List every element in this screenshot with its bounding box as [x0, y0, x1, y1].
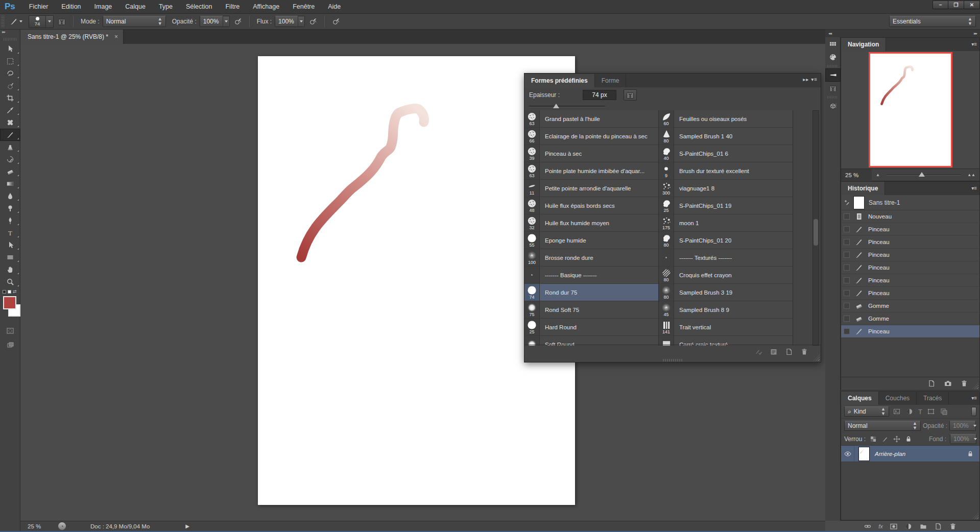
- restore-button[interactable]: ❐: [948, 1, 964, 9]
- default-swap-colors[interactable]: ⇄: [0, 288, 20, 295]
- filter-pixel-icon[interactable]: [893, 407, 901, 416]
- brush-preset-row[interactable]: 300 viagnuage1 8: [659, 180, 793, 197]
- options-grip[interactable]: [1, 16, 5, 27]
- menu-item[interactable]: Edition: [55, 0, 87, 14]
- add-layer-mask-icon[interactable]: [890, 522, 898, 530]
- tool-button[interactable]: [0, 178, 20, 190]
- history-step-row[interactable]: Pinceau: [841, 325, 979, 338]
- panel-menu-icon[interactable]: ▾≡: [971, 41, 977, 47]
- brush-preset-row[interactable]: 141 Trait vertical: [659, 319, 793, 336]
- brush-preset-preview[interactable]: 74: [29, 15, 46, 28]
- workspace-switcher[interactable]: Essentials ▲▼: [889, 16, 976, 27]
- history-snapshot-row[interactable]: Sans titre-1: [841, 195, 979, 210]
- tool-button[interactable]: [0, 263, 20, 276]
- lock-paint-icon[interactable]: [881, 435, 889, 443]
- brush-preset-row[interactable]: 48 Huile flux épais bords secs: [524, 197, 658, 214]
- panel-collapse-and-menu-icons[interactable]: ▸▸ ▾≡: [803, 77, 818, 82]
- preview-brush-stroke-icon[interactable]: [754, 348, 762, 356]
- panel-resize-grip[interactable]: [663, 359, 683, 361]
- menu-item[interactable]: Fichier: [22, 0, 55, 14]
- airbrush-toggle-button[interactable]: [306, 15, 320, 28]
- expand-dock-icon[interactable]: ◂◂: [828, 31, 831, 36]
- layers-panel-tab[interactable]: Tracés: [917, 392, 949, 405]
- menu-item[interactable]: Affichage: [246, 0, 286, 14]
- minimize-button[interactable]: –: [933, 1, 948, 9]
- tool-button[interactable]: [0, 251, 20, 263]
- tool-button[interactable]: [0, 190, 20, 202]
- menu-item[interactable]: Fenêtre: [286, 0, 321, 14]
- proxy-view[interactable]: [869, 52, 952, 167]
- slider-thumb[interactable]: [553, 104, 559, 108]
- tool-button[interactable]: [0, 239, 20, 251]
- brush-tool-option-button[interactable]: [8, 16, 25, 27]
- lock-transparency-icon[interactable]: [869, 435, 877, 443]
- tool-button[interactable]: [0, 92, 20, 104]
- panel-menu-icon[interactable]: ▾≡: [971, 395, 977, 401]
- history-step-row[interactable]: Pinceau: [841, 223, 979, 236]
- brush-preset-row[interactable]: 74 Rond dur 75: [524, 284, 658, 301]
- delete-layer-icon[interactable]: [949, 522, 957, 530]
- filter-toggle-switch[interactable]: [971, 407, 976, 416]
- brush-preset-row[interactable]: 39 Pinceau à sec: [524, 145, 658, 162]
- history-source-checkbox[interactable]: [844, 328, 850, 334]
- dock-icon-3d[interactable]: [825, 100, 841, 113]
- tool-button[interactable]: [0, 43, 20, 55]
- new-layer-icon[interactable]: [934, 522, 942, 530]
- collapse-dock-icon[interactable]: ▸▸: [974, 31, 977, 36]
- brush-panel-tab[interactable]: Formes prédéfinies: [524, 74, 595, 87]
- tablet-opacity-button[interactable]: [231, 15, 245, 28]
- blend-mode-dropdown[interactable]: Normal ▲▼: [103, 16, 166, 27]
- filter-type-icon[interactable]: T: [918, 408, 922, 416]
- new-brush-icon[interactable]: [785, 348, 793, 356]
- close-tab-icon[interactable]: ×: [114, 33, 118, 40]
- preset-picker-button[interactable]: [624, 89, 637, 101]
- collapse-toolbar-button[interactable]: ▸▸: [0, 30, 20, 37]
- tool-button[interactable]: [0, 214, 20, 227]
- quick-mask-button[interactable]: [0, 324, 20, 338]
- brush-preset-row[interactable]: 80 Sampled Brush 1 40: [659, 128, 793, 145]
- layer-visibility-eye-icon[interactable]: [841, 446, 854, 462]
- brush-preset-row[interactable]: 80 S-PaintChips_01 20: [659, 232, 793, 249]
- tab-navigation[interactable]: Navigation: [841, 38, 886, 51]
- history-step-row[interactable]: Pinceau: [841, 274, 979, 287]
- brush-size-slider[interactable]: [524, 103, 821, 110]
- brush-preset-row[interactable]: 80 Sampled Brush 3 19: [659, 284, 793, 301]
- tab-history[interactable]: Historique: [841, 182, 885, 195]
- menu-item[interactable]: Calque: [118, 0, 152, 14]
- zoom-out-icon[interactable]: ▲: [876, 173, 880, 177]
- brush-preset-row[interactable]: 80 Croquis effet crayon: [659, 267, 793, 284]
- panel-menu-icon[interactable]: ▾≡: [971, 185, 977, 191]
- new-group-icon[interactable]: [919, 522, 927, 530]
- dock-icon-brush-settings[interactable]: [825, 68, 841, 82]
- history-step-row[interactable]: Gomme: [841, 300, 979, 312]
- tablet-pressure-button[interactable]: [329, 15, 343, 28]
- history-source-checkbox[interactable]: [844, 252, 850, 258]
- scrollbar-thumb[interactable]: [814, 219, 818, 246]
- history-step-row[interactable]: Pinceau: [841, 261, 979, 274]
- nav-zoom-field[interactable]: 25 %: [841, 169, 872, 181]
- brush-preset-row[interactable]: 40 S-PaintChips_01 6: [659, 145, 793, 162]
- tool-button[interactable]: [0, 202, 20, 214]
- brush-preset-row[interactable]: 32 Huile flux humide moyen: [524, 214, 658, 232]
- link-layers-icon[interactable]: [864, 522, 872, 530]
- dock-icon-tool-presets[interactable]: [825, 82, 841, 95]
- history-step-row[interactable]: Gomme: [841, 312, 979, 325]
- brush-preset-row[interactable]: 175 moon 1: [659, 214, 793, 232]
- screen-mode-button[interactable]: [0, 338, 20, 352]
- textured-view-icon[interactable]: [770, 348, 778, 356]
- brush-preset-row[interactable]: 66 Eclairage de la pointe du pinceau à s…: [524, 128, 658, 145]
- brush-preset-row[interactable]: 45 Sampled Brush 8 9: [659, 301, 793, 319]
- dock-icon-swatches[interactable]: [825, 37, 841, 51]
- layer-thumbnail[interactable]: [858, 447, 870, 461]
- layers-panel-tab[interactable]: Calques: [841, 392, 879, 405]
- document-tab[interactable]: Sans titre-1 @ 25% (RVB/8) * ×: [20, 30, 124, 44]
- slider-track[interactable]: [529, 106, 605, 107]
- layer-blend-mode-dropdown[interactable]: Normal ▲▼: [844, 421, 921, 431]
- tool-button[interactable]: [0, 104, 20, 116]
- tool-button[interactable]: [0, 116, 20, 129]
- brush-preset-row[interactable]: 9 Brush dur texturé excellent: [659, 162, 793, 180]
- delete-brush-icon[interactable]: [800, 348, 808, 356]
- history-step-row[interactable]: Nouveau: [841, 210, 979, 223]
- filter-type-dropdown[interactable]: ⌕ Kind ▲▼: [844, 406, 889, 417]
- toolbar-grip[interactable]: [4, 38, 16, 41]
